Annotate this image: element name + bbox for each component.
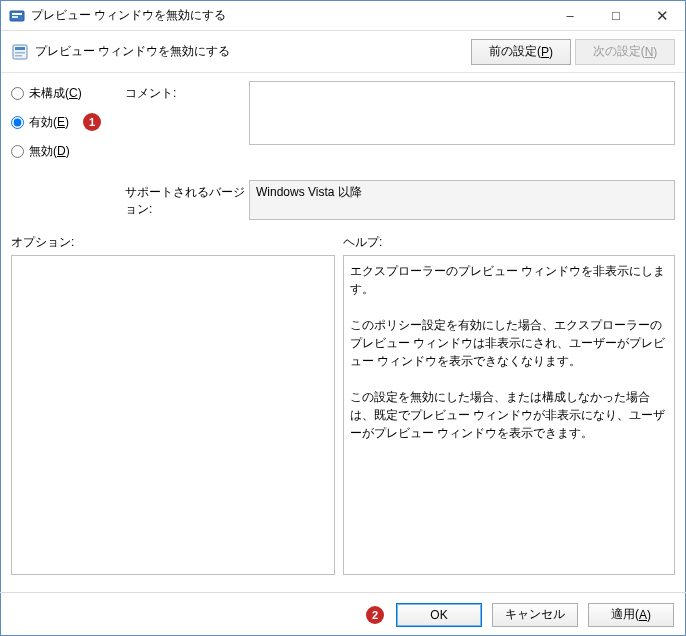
svg-rect-5	[15, 52, 25, 54]
title-bar: プレビュー ウィンドウを無効にする – □ ✕	[1, 1, 685, 31]
help-label: ヘルプ:	[343, 234, 382, 251]
sub-header: プレビュー ウィンドウを無効にする 前の設定(P) 次の設定(N)	[1, 31, 685, 73]
app-icon	[9, 8, 25, 24]
radio-enabled[interactable]: 有効(E) 1	[11, 114, 121, 131]
policy-icon	[11, 43, 29, 61]
comment-textarea[interactable]	[249, 81, 675, 145]
svg-rect-2	[12, 16, 18, 18]
radio-enabled-label: 有効(E)	[29, 114, 69, 131]
options-panel	[11, 255, 335, 575]
ok-button[interactable]: OK	[396, 603, 482, 627]
supported-versions-box: Windows Vista 以降	[249, 180, 675, 220]
dialog-body: 未構成(C) 有効(E) 1 無効(D) コメント: サポートされるバージョン:…	[1, 73, 685, 575]
window-title: プレビュー ウィンドウを無効にする	[31, 7, 547, 24]
window-controls: – □ ✕	[547, 1, 685, 30]
policy-title: プレビュー ウィンドウを無効にする	[35, 43, 467, 60]
svg-rect-4	[15, 47, 25, 50]
radio-enabled-input[interactable]	[11, 116, 24, 129]
apply-button[interactable]: 適用(A)	[588, 603, 674, 627]
help-panel: エクスプローラーのプレビュー ウィンドウを非表示にします。 このポリシー設定を有…	[343, 255, 675, 575]
radio-disabled-label: 無効(D)	[29, 143, 70, 160]
radio-not-configured-label: 未構成(C)	[29, 85, 82, 102]
next-setting-button: 次の設定(N)	[575, 39, 675, 65]
supported-versions-text: Windows Vista 以降	[256, 185, 362, 199]
maximize-button[interactable]: □	[593, 1, 639, 30]
svg-rect-1	[12, 13, 22, 15]
previous-setting-button[interactable]: 前の設定(P)	[471, 39, 571, 65]
radio-not-configured[interactable]: 未構成(C)	[11, 85, 121, 102]
supported-label: サポートされるバージョン:	[125, 180, 245, 218]
button-bar: 2 OK キャンセル 適用(A)	[0, 592, 686, 636]
annotation-1-badge: 1	[83, 113, 101, 131]
radio-disabled-input[interactable]	[11, 145, 24, 158]
options-label: オプション:	[11, 234, 343, 251]
state-radio-group: 未構成(C) 有効(E) 1 無効(D)	[11, 81, 121, 172]
help-paragraph-2: このポリシー設定を有効にした場合、エクスプローラーのプレビュー ウィンドウは非表…	[350, 316, 668, 370]
annotation-2-badge: 2	[366, 606, 384, 624]
minimize-button[interactable]: –	[547, 1, 593, 30]
radio-not-configured-input[interactable]	[11, 87, 24, 100]
comment-label: コメント:	[125, 81, 245, 102]
radio-disabled[interactable]: 無効(D)	[11, 143, 121, 160]
svg-rect-6	[15, 55, 22, 57]
close-button[interactable]: ✕	[639, 1, 685, 30]
help-paragraph-3: この設定を無効にした場合、または構成しなかった場合は、既定でプレビュー ウィンド…	[350, 388, 668, 442]
cancel-button[interactable]: キャンセル	[492, 603, 578, 627]
help-paragraph-1: エクスプローラーのプレビュー ウィンドウを非表示にします。	[350, 262, 668, 298]
